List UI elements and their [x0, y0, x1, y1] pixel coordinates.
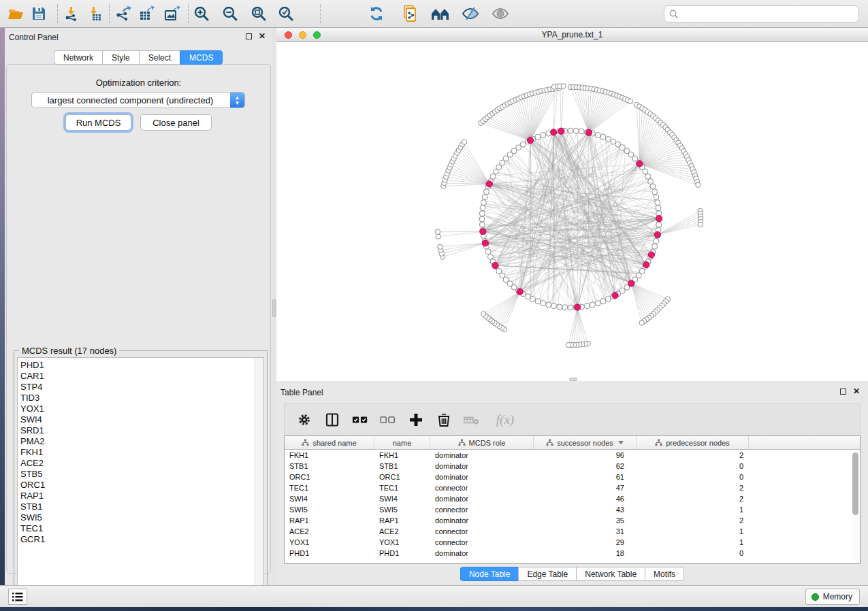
result-node[interactable]: PMA2 — [20, 436, 45, 447]
result-node[interactable]: CAR1 — [20, 371, 45, 382]
cell-shared_name: SWI4 — [285, 493, 374, 504]
memory-button[interactable]: Memory — [805, 589, 860, 605]
refresh-view-icon[interactable] — [365, 3, 388, 24]
run-mcds-button[interactable]: Run MCDS — [65, 114, 131, 131]
result-node[interactable]: TEC1 — [20, 523, 45, 534]
network-titlebar[interactable]: YPA_prune.txt_1 — [276, 28, 868, 42]
result-node[interactable]: FKH1 — [20, 447, 45, 458]
zoom-out-icon[interactable] — [219, 3, 242, 24]
result-node[interactable]: ACE2 — [20, 458, 45, 469]
table-row[interactable]: SWI5SWI5connector431 — [285, 504, 860, 515]
tab-node-table[interactable]: Node Table — [460, 567, 519, 581]
add-column-icon[interactable] — [408, 412, 424, 428]
float-table-panel-icon[interactable] — [840, 389, 846, 395]
table-row[interactable]: RAP1RAP1dominator352 — [285, 515, 860, 526]
result-node[interactable]: SRD1 — [20, 425, 45, 436]
table-row[interactable]: TEC1TEC1connector472 — [285, 482, 860, 493]
column-header-predecessor-nodes[interactable]: predecessor nodes — [637, 436, 749, 449]
cell-filler — [749, 461, 860, 472]
column-settings-gear-icon[interactable] — [296, 412, 312, 428]
zoom-in-icon[interactable] — [190, 3, 213, 24]
table-panel-titlebar: Table Panel ✕ — [276, 383, 868, 401]
column-header-filler — [749, 436, 860, 449]
import-network-icon[interactable] — [60, 3, 83, 24]
task-history-button[interactable] — [8, 589, 27, 605]
export-network-icon[interactable] — [112, 3, 135, 24]
search-input[interactable] — [679, 7, 858, 21]
table-row[interactable]: ORC1ORC1dominator610 — [285, 472, 860, 482]
cell-name: PHD1 — [374, 548, 430, 559]
cell-shared_name: PHD1 — [285, 548, 374, 559]
table-row[interactable]: YOX1YOX1connector291 — [285, 537, 860, 548]
column-header-shared-name[interactable]: shared name — [285, 436, 374, 449]
dropdown-stepper-icon: ▲▼ — [230, 93, 244, 108]
close-panel-icon[interactable]: ✕ — [259, 31, 266, 41]
close-panel-button[interactable]: Close panel — [140, 114, 212, 131]
result-node[interactable]: SWI4 — [20, 414, 45, 425]
table-row[interactable]: STB1STB1dominator620 — [285, 461, 860, 472]
tab-edge-table[interactable]: Edge Table — [518, 567, 576, 581]
toolbar-separator — [57, 4, 58, 23]
close-table-panel-icon[interactable]: ✕ — [853, 386, 860, 396]
mcds-result-group: MCDS result (17 nodes) PHD1CAR1STP4TID3Y… — [14, 350, 268, 604]
result-node[interactable]: RAP1 — [20, 491, 45, 501]
result-node[interactable]: ORC1 — [20, 480, 45, 491]
tab-mcds[interactable]: MCDS — [180, 50, 223, 65]
cell-mcds_role: connector — [430, 537, 534, 548]
cell-successor_nodes: 35 — [534, 515, 637, 526]
sort-arrow-icon[interactable] — [618, 441, 624, 444]
zoom-fit-icon[interactable] — [247, 3, 270, 24]
column-header-successor-nodes[interactable]: successor nodes — [534, 436, 637, 449]
tab-network-table[interactable]: Network Table — [576, 567, 645, 581]
optimization-criterion-select[interactable]: largest connected component (undirected)… — [31, 92, 245, 108]
result-node[interactable]: YOX1 — [20, 403, 45, 414]
mcds-result-list[interactable]: PHD1CAR1STP4TID3YOX1SWI4SRD1PMA2FKH1ACE2… — [17, 357, 264, 600]
float-panel-icon[interactable] — [246, 33, 252, 39]
select-all-checkboxes-icon[interactable] — [352, 412, 368, 428]
table-row[interactable]: FKH1FKH1dominator962 — [285, 450, 860, 461]
cell-shared_name: FKH1 — [285, 450, 374, 461]
show-all-icon[interactable] — [489, 3, 512, 24]
result-list-scrollbar[interactable] — [255, 358, 263, 599]
result-node[interactable]: STB5 — [20, 469, 45, 480]
horizontal-splitter-grip[interactable] — [569, 378, 577, 381]
hide-selected-icon[interactable] — [459, 3, 482, 24]
function-builder-icon[interactable]: f(x) — [492, 412, 519, 428]
desktop-wallpaper-left — [0, 28, 5, 608]
import-table-icon[interactable] — [83, 3, 106, 24]
optimization-criterion-label: Optimization criterion: — [7, 78, 270, 88]
column-type-icon — [302, 439, 309, 446]
result-node[interactable]: SWI5 — [20, 512, 45, 523]
column-header-MCDS-role[interactable]: MCDS role — [430, 436, 534, 449]
table-scrollbar[interactable] — [852, 452, 858, 561]
mcds-result-title: MCDS result (17 nodes) — [19, 346, 119, 356]
table-row[interactable]: SWI4SWI4dominator462 — [285, 493, 860, 504]
delete-column-icon[interactable] — [436, 412, 452, 428]
tab-network[interactable]: Network — [54, 50, 102, 65]
result-node[interactable]: GCR1 — [20, 534, 45, 545]
network-canvas[interactable] — [276, 42, 868, 381]
table-scrollbar-thumb[interactable] — [852, 452, 858, 515]
first-neighbors-icon[interactable] — [429, 3, 452, 24]
deselect-all-checkboxes-icon[interactable] — [380, 412, 396, 428]
save-session-icon[interactable] — [27, 3, 50, 24]
tab-select[interactable]: Select — [139, 50, 180, 65]
open-file-icon[interactable] — [4, 3, 27, 24]
zoom-selected-icon[interactable] — [274, 3, 298, 24]
result-node[interactable]: PHD1 — [20, 360, 45, 371]
result-node[interactable]: STB1 — [20, 501, 45, 512]
tab-motifs[interactable]: Motifs — [645, 567, 684, 581]
table-row[interactable]: ACE2ACE2connector311 — [285, 526, 860, 537]
split-panel-icon[interactable] — [324, 412, 340, 428]
tab-style[interactable]: Style — [102, 50, 139, 65]
network-graph[interactable] — [276, 42, 867, 381]
result-node[interactable]: TID3 — [20, 393, 45, 403]
share-document-icon[interactable] — [399, 3, 422, 24]
export-table-icon[interactable] — [135, 3, 159, 24]
table-row[interactable]: PHD1PHD1dominator180 — [285, 548, 860, 559]
control-panel-titlebar: Control Panel ✕ — [5, 28, 272, 46]
result-node[interactable]: STP4 — [20, 382, 45, 393]
export-image-icon[interactable] — [161, 3, 184, 24]
delete-table-icon[interactable] — [464, 412, 480, 428]
column-header-name[interactable]: name — [374, 436, 430, 449]
